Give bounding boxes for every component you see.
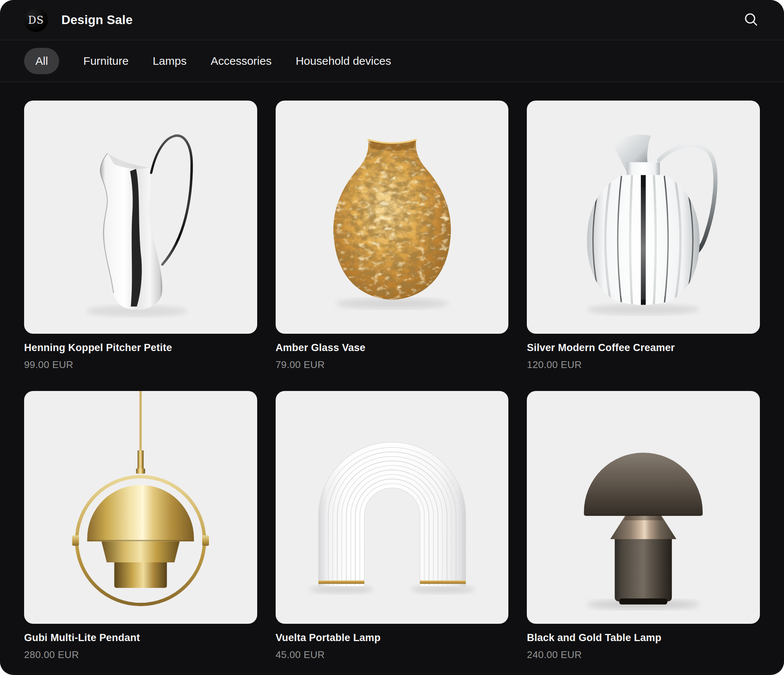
page-title: Design Sale <box>61 13 132 27</box>
product-thumbnail <box>24 101 257 334</box>
silver-pitcher-illustration <box>24 101 257 334</box>
tab-all[interactable]: All <box>24 48 59 74</box>
product-title: Vuelta Portable Lamp <box>275 631 509 644</box>
product-price: 99.00 EUR <box>24 359 257 371</box>
product-thumbnail <box>275 391 509 624</box>
product-card[interactable]: Black and Gold Table Lamp 240.00 EUR <box>527 391 760 661</box>
product-price: 79.00 EUR <box>275 359 509 371</box>
product-card[interactable]: Amber Glass Vase 79.00 EUR <box>275 101 509 371</box>
search-button[interactable] <box>743 11 760 29</box>
product-card[interactable]: Silver Modern Coffee Creamer 120.00 EUR <box>527 101 760 371</box>
brass-pendant-lamp-illustration <box>24 391 257 624</box>
amber-glass-vase-illustration <box>275 101 509 334</box>
app-logo-text: DS <box>28 14 44 26</box>
product-title: Black and Gold Table Lamp <box>527 631 760 644</box>
product-grid: Henning Koppel Pitcher Petite 99.00 EUR <box>0 82 784 672</box>
product-title: Amber Glass Vase <box>275 341 509 354</box>
product-price: 280.00 EUR <box>24 648 257 661</box>
product-card[interactable]: Henning Koppel Pitcher Petite 99.00 EUR <box>24 101 257 371</box>
product-thumbnail <box>24 391 257 624</box>
product-price: 120.00 EUR <box>527 359 760 371</box>
category-tabs: All Furniture Lamps Accessories Househol… <box>0 40 784 82</box>
product-title: Gubi Multi-Lite Pendant <box>24 631 257 644</box>
bronze-mushroom-table-lamp-illustration <box>527 391 760 624</box>
tab-accessories[interactable]: Accessories <box>210 48 272 74</box>
tab-furniture[interactable]: Furniture <box>83 48 128 74</box>
search-icon <box>744 12 759 28</box>
tab-lamps[interactable]: Lamps <box>152 48 187 74</box>
product-thumbnail <box>275 101 509 334</box>
white-ribbed-arch-lamp-illustration <box>275 391 509 624</box>
product-title: Silver Modern Coffee Creamer <box>527 341 760 354</box>
silver-coffee-creamer-illustration <box>527 101 760 334</box>
product-price: 45.00 EUR <box>275 648 509 661</box>
product-title: Henning Koppel Pitcher Petite <box>24 341 257 354</box>
app-logo: DS <box>24 8 48 32</box>
product-card[interactable]: Vuelta Portable Lamp 45.00 EUR <box>275 391 509 661</box>
product-price: 240.00 EUR <box>527 648 760 661</box>
app-header: DS Design Sale <box>0 0 784 40</box>
product-thumbnail <box>527 101 760 334</box>
product-thumbnail <box>527 391 760 624</box>
product-card[interactable]: Gubi Multi-Lite Pendant 280.00 EUR <box>24 391 257 661</box>
tab-household-devices[interactable]: Household devices <box>296 48 391 74</box>
design-sale-app: DS Design Sale All Furniture Lamps Acces… <box>0 0 784 675</box>
